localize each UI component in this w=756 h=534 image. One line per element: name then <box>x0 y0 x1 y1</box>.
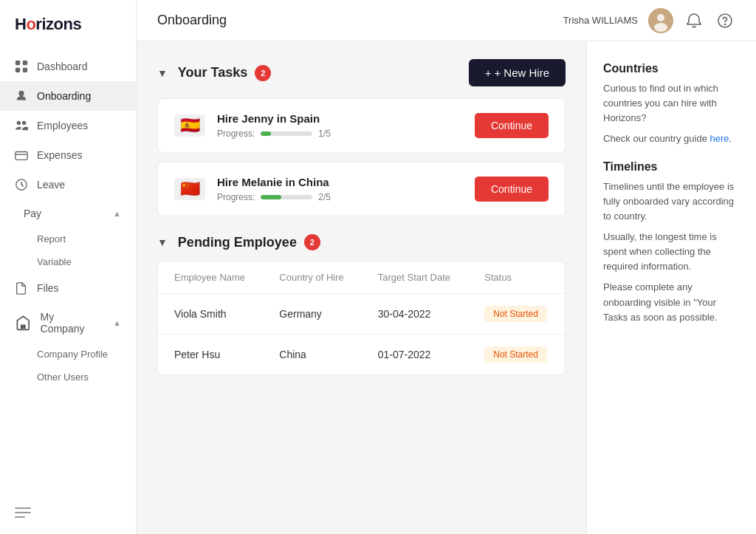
countries-text1: Curious to find out in which countries y… <box>603 81 740 126</box>
countries-period: . <box>729 133 732 144</box>
topbar: Onboarding Trisha WILLIAMS <box>137 0 756 41</box>
sidebar-item-files-label: Files <box>37 282 59 294</box>
my-company-icon <box>15 315 32 332</box>
sidebar-bottom <box>0 493 136 534</box>
svg-point-13 <box>725 24 726 24</box>
task-card-2-left: 🇨🇳 Hire Melanie in China Progress: 2/5 <box>174 176 331 202</box>
your-tasks-title-row: ▼ Your Tasks 2 <box>157 65 271 81</box>
page-main: ▼ Your Tasks 2 + + New Hire 🇪🇸 Hire Jen <box>137 41 586 534</box>
table-row: Viola Smith Germany 30-04-2022 Not Start… <box>158 294 565 335</box>
svg-point-10 <box>657 14 664 21</box>
countries-text2-prefix: Check our country guide <box>603 133 710 144</box>
col-header-name: Employee Name <box>158 261 263 294</box>
task-1-continue-button[interactable]: Continue <box>475 113 549 138</box>
task-2-progress-text: 2/5 <box>318 192 331 202</box>
task-2-progress: Progress: 2/5 <box>217 192 331 202</box>
row-1-name: Viola Smith <box>158 294 263 335</box>
avatar <box>648 8 673 33</box>
svg-rect-2 <box>16 68 20 72</box>
timelines-text3: Please complete any onboarding visible i… <box>603 280 740 324</box>
sidebar-item-onboarding-label: Onboarding <box>37 90 91 102</box>
sidebar-item-leave[interactable]: Leave <box>0 170 136 199</box>
sidebar-item-company-profile[interactable]: Company Profile <box>0 343 136 366</box>
your-tasks-title: Your Tasks <box>178 65 247 81</box>
expenses-icon <box>15 148 28 162</box>
sidebar-item-other-users[interactable]: Other Users <box>0 366 136 388</box>
sidebar-item-my-company-label: My Company <box>41 311 85 335</box>
sidebar-item-company-profile-label: Company Profile <box>37 349 108 360</box>
sidebar-item-employees[interactable]: Employees <box>0 111 136 140</box>
pay-chevron-icon: ▲ <box>113 209 121 218</box>
svg-point-11 <box>654 23 667 32</box>
pending-title-row: ▼ Pending Employee 2 <box>157 234 566 250</box>
col-header-status: Status <box>468 261 565 294</box>
topbar-right: Trisha WILLIAMS <box>563 8 735 33</box>
task-2-progress-bar-container <box>261 195 312 199</box>
svg-rect-3 <box>23 68 27 72</box>
app-logo: Horizons <box>0 0 136 52</box>
dashboard-icon <box>15 60 28 73</box>
sidebar-item-variable[interactable]: Variable <box>0 250 136 273</box>
countries-text2: Check our country guide here. <box>603 131 740 146</box>
sidebar: Horizons Dashboard Onboarding Employees <box>0 0 137 534</box>
files-icon <box>15 281 28 295</box>
sidebar-item-expenses[interactable]: Expenses <box>0 140 136 170</box>
sidebar-item-report[interactable]: Report <box>0 227 136 250</box>
onboarding-icon <box>15 89 28 103</box>
sidebar-item-expenses-label: Expenses <box>37 149 82 161</box>
countries-link[interactable]: here <box>710 133 729 144</box>
table-row: Peter Hsu China 01-07-2022 Not Started <box>158 335 565 375</box>
sidebar-nav: Dashboard Onboarding Employees Expenses <box>0 52 136 493</box>
task-2-progress-bar <box>261 195 281 199</box>
task-card-2: 🇨🇳 Hire Melanie in China Progress: 2/5 <box>157 162 566 216</box>
task-1-flag: 🇪🇸 <box>174 114 205 137</box>
task-2-progress-label: Progress: <box>217 192 255 202</box>
sidebar-item-employees-label: Employees <box>37 120 88 131</box>
table-header: Employee Name Country of Hire Target Sta… <box>158 261 565 294</box>
pending-employees-count-badge: 2 <box>304 234 320 250</box>
sidebar-item-variable-label: Variable <box>37 256 72 267</box>
pending-collapse-button[interactable]: ▼ <box>157 236 168 248</box>
row-2-status-badge: Not Started <box>484 346 547 363</box>
task-1-info: Hire Jenny in Spain Progress: 1/5 <box>217 112 331 139</box>
svg-rect-0 <box>16 61 20 65</box>
sidebar-item-pay[interactable]: Pay ▲ <box>0 199 136 227</box>
row-2-start-date: 01-07-2022 <box>362 335 469 375</box>
your-tasks-collapse-button[interactable]: ▼ <box>157 67 168 79</box>
row-1-status: Not Started <box>468 294 565 335</box>
employees-icon <box>15 119 28 132</box>
right-sidebar: Countries Curious to find out in which c… <box>586 41 756 534</box>
row-1-start-date: 30-04-2022 <box>362 294 469 335</box>
col-header-country: Country of Hire <box>263 261 361 294</box>
new-hire-button[interactable]: + + New Hire <box>469 59 566 86</box>
your-tasks-section-header: ▼ Your Tasks 2 + + New Hire <box>157 59 566 86</box>
task-1-progress-text: 1/5 <box>318 129 331 139</box>
avatar-image <box>648 8 673 33</box>
help-button[interactable] <box>715 10 735 31</box>
row-1-status-badge: Not Started <box>484 306 547 322</box>
page-body: ▼ Your Tasks 2 + + New Hire 🇪🇸 Hire Jen <box>137 41 756 534</box>
sidebar-item-dashboard[interactable]: Dashboard <box>0 52 136 81</box>
task-2-continue-button[interactable]: Continue <box>475 177 549 202</box>
pending-employees-section: ▼ Pending Employee 2 Employee Name Count… <box>157 234 566 375</box>
main-wrapper: Onboarding Trisha WILLIAMS <box>137 0 756 534</box>
my-company-chevron-icon: ▲ <box>113 318 121 327</box>
row-2-name: Peter Hsu <box>158 335 263 375</box>
svg-rect-1 <box>23 61 27 65</box>
row-2-country: China <box>263 335 361 375</box>
sidebar-item-my-company[interactable]: My Company ▲ <box>0 303 136 343</box>
sidebar-item-files[interactable]: Files <box>0 273 136 303</box>
notifications-button[interactable] <box>684 10 704 31</box>
task-2-flag: 🇨🇳 <box>174 178 205 200</box>
new-hire-label: + New Hire <box>494 66 549 79</box>
new-hire-plus-icon: + <box>485 66 492 79</box>
sidebar-item-other-users-label: Other Users <box>37 372 89 383</box>
task-1-progress-bar <box>261 131 271 136</box>
sidebar-item-onboarding[interactable]: Onboarding <box>0 81 136 111</box>
pending-employees-table: Employee Name Country of Hire Target Sta… <box>158 261 565 374</box>
task-2-title: Hire Melanie in China <box>217 176 331 188</box>
table-header-row: Employee Name Country of Hire Target Sta… <box>158 261 565 294</box>
collapse-menu-icon[interactable] <box>15 507 31 519</box>
task-card-1: 🇪🇸 Hire Jenny in Spain Progress: 1/5 <box>157 98 566 153</box>
task-card-1-left: 🇪🇸 Hire Jenny in Spain Progress: 1/5 <box>174 112 331 139</box>
